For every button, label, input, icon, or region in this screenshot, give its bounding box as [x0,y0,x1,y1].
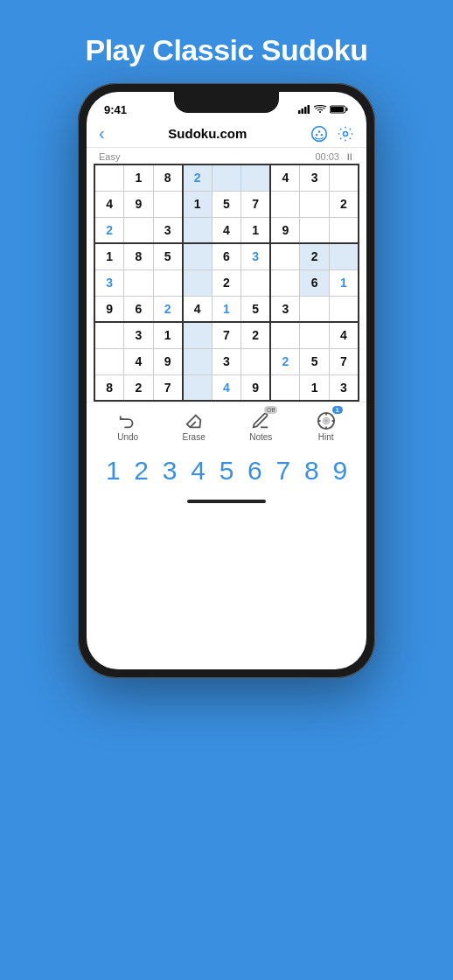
sudoku-cell[interactable] [183,374,213,401]
sudoku-cell[interactable] [270,191,300,217]
erase-button[interactable]: Erase [183,410,206,442]
sudoku-cell[interactable]: 8 [153,164,183,191]
sudoku-cell[interactable]: 4 [212,374,241,401]
sudoku-cell[interactable]: 3 [153,217,183,243]
sudoku-cell[interactable]: 3 [329,374,359,401]
number-pad-digit[interactable]: 5 [220,456,234,486]
sudoku-cell[interactable] [153,270,183,296]
sudoku-cell[interactable] [300,296,330,322]
sudoku-cell[interactable] [329,243,359,270]
sudoku-cell[interactable] [94,322,124,348]
hint-button[interactable]: 1 Hint [317,410,336,442]
sudoku-cell[interactable]: 2 [212,270,241,296]
sudoku-cell[interactable]: 4 [94,191,124,217]
sudoku-cell[interactable]: 9 [241,374,271,401]
number-pad-digit[interactable]: 6 [247,456,262,486]
sudoku-cell[interactable] [270,243,300,270]
sudoku-cell[interactable]: 7 [241,191,271,217]
sudoku-cell[interactable]: 1 [300,374,330,401]
sudoku-cell[interactable]: 1 [183,191,213,217]
sudoku-cell[interactable]: 4 [329,322,359,348]
sudoku-cell[interactable] [183,348,213,374]
sudoku-cell[interactable]: 2 [241,322,271,348]
sudoku-cell[interactable] [212,164,241,191]
sudoku-cell[interactable] [300,322,330,348]
palette-icon[interactable] [310,125,328,143]
number-pad-digit[interactable]: 7 [276,456,291,486]
sudoku-cell[interactable]: 3 [212,348,241,374]
sudoku-cell[interactable]: 4 [183,296,213,322]
pause-icon[interactable]: ⏸ [345,151,354,162]
undo-button[interactable]: Undo [117,410,138,442]
back-button[interactable]: ‹ [99,123,105,144]
sudoku-cell[interactable] [183,270,213,296]
sudoku-cell[interactable]: 5 [241,296,271,322]
sudoku-cell[interactable]: 2 [124,374,154,401]
settings-icon[interactable] [337,125,354,143]
sudoku-cell[interactable]: 6 [124,296,154,322]
sudoku-cell[interactable]: 1 [212,296,241,322]
number-pad-digit[interactable]: 4 [191,456,206,486]
sudoku-cell[interactable] [183,243,213,270]
sudoku-cell[interactable]: 2 [329,191,359,217]
sudoku-cell[interactable]: 6 [300,270,330,296]
sudoku-cell[interactable]: 9 [153,348,183,374]
sudoku-cell[interactable]: 3 [94,270,124,296]
sudoku-cell[interactable] [124,217,154,243]
sudoku-cell[interactable] [270,374,300,401]
sudoku-cell[interactable]: 4 [124,348,154,374]
sudoku-cell[interactable]: 3 [241,243,271,270]
sudoku-cell[interactable]: 1 [124,164,154,191]
sudoku-cell[interactable]: 1 [329,270,359,296]
sudoku-cell[interactable]: 8 [94,374,124,401]
sudoku-cell[interactable]: 3 [124,322,154,348]
sudoku-cell[interactable] [124,270,154,296]
sudoku-cell[interactable] [270,270,300,296]
sudoku-cell[interactable]: 9 [270,217,300,243]
number-pad-digit[interactable]: 8 [304,456,319,486]
sudoku-cell[interactable] [300,191,330,217]
sudoku-cell[interactable]: 1 [241,217,271,243]
sudoku-cell[interactable]: 3 [270,296,300,322]
sudoku-cell[interactable]: 2 [270,348,300,374]
sudoku-cell[interactable] [241,348,271,374]
sudoku-cell[interactable]: 5 [153,243,183,270]
sudoku-cell[interactable]: 1 [153,322,183,348]
svg-rect-5 [331,107,344,112]
sudoku-cell[interactable]: 2 [183,164,213,191]
sudoku-cell[interactable]: 2 [300,243,330,270]
number-pad-digit[interactable]: 3 [163,456,178,486]
sudoku-cell[interactable] [329,164,359,191]
sudoku-cell[interactable]: 5 [300,348,330,374]
sudoku-cell[interactable]: 7 [153,374,183,401]
sudoku-cell[interactable] [329,296,359,322]
sudoku-cell[interactable] [183,217,213,243]
sudoku-cell[interactable] [94,348,124,374]
notes-button[interactable]: Off Notes [249,410,272,442]
sudoku-cell[interactable]: 5 [212,191,241,217]
sudoku-cell[interactable]: 4 [212,217,241,243]
sudoku-cell[interactable]: 2 [153,296,183,322]
sudoku-cell[interactable]: 3 [300,164,330,191]
sudoku-cell[interactable]: 6 [212,243,241,270]
number-pad-digit[interactable]: 9 [332,456,347,486]
sudoku-cell[interactable]: 2 [94,217,124,243]
sudoku-cell[interactable]: 8 [124,243,154,270]
sudoku-cell[interactable] [241,164,271,191]
number-pad-digit[interactable]: 2 [134,456,149,486]
sudoku-cell[interactable] [300,217,330,243]
sudoku-cell[interactable] [183,322,213,348]
sudoku-cell[interactable]: 1 [94,243,124,270]
number-pad-digit[interactable]: 1 [106,456,121,486]
sudoku-cell[interactable] [329,217,359,243]
sudoku-cell[interactable]: 9 [124,191,154,217]
sudoku-cell[interactable] [270,322,300,348]
sudoku-cell[interactable]: 7 [329,348,359,374]
sudoku-cell[interactable]: 7 [212,322,241,348]
sudoku-cell[interactable]: 4 [270,164,300,191]
sudoku-cell[interactable] [94,164,124,191]
sudoku-grid[interactable]: 1824349157223419185632326196241533172449… [94,164,359,402]
sudoku-cell[interactable] [153,191,183,217]
sudoku-cell[interactable]: 9 [94,296,124,322]
sudoku-cell[interactable] [241,270,271,296]
